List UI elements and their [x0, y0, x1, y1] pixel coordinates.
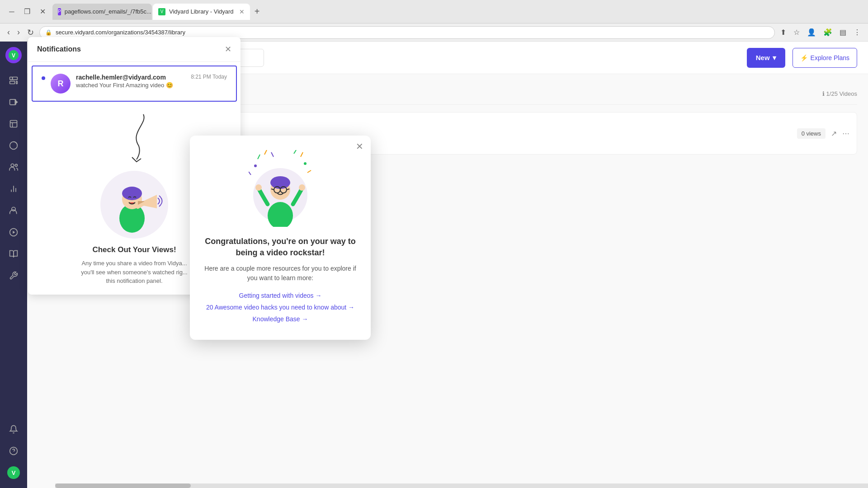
extensions-icon[interactable]: 🧩: [821, 26, 834, 38]
explore-plans-button[interactable]: ⚡ Explore Plans: [793, 48, 857, 68]
explore-plans-label: Explore Plans: [811, 54, 849, 61]
sidebar-item-learn[interactable]: [4, 244, 24, 264]
modal-title: Congratulations, you're on your way to b…: [204, 236, 356, 258]
svg-point-29: [122, 187, 142, 200]
notifications-close-button[interactable]: ✕: [225, 44, 231, 54]
video-count-label: 1/25 Videos: [826, 90, 857, 97]
svg-line-36: [301, 152, 303, 157]
sidebar-item-team[interactable]: [4, 157, 24, 177]
new-button[interactable]: New ▾: [747, 48, 785, 68]
info-icon: ℹ: [822, 90, 825, 97]
tab-label-pageflows: pageflows.com/_emails/_/7fb5c...: [65, 8, 151, 15]
sidebar: V: [0, 42, 27, 488]
notification-content: rachelle.hemler@vidyard.com watched Your…: [76, 74, 185, 89]
chevron-down-icon: ▾: [773, 54, 776, 62]
svg-point-13: [15, 164, 17, 166]
svg-marker-19: [13, 231, 15, 234]
tabs-bar: P pageflows.com/_emails/_/7fb5c... ✕ V V…: [52, 4, 863, 20]
svg-point-38: [304, 162, 307, 165]
notification-email: rachelle.hemler@vidyard.com: [76, 74, 185, 81]
megaphone-illustration: [94, 164, 175, 245]
arrow-svg: [116, 110, 152, 164]
video-actions: 0 views ↗ ⋯: [797, 128, 849, 139]
more-options-icon[interactable]: ⋯: [842, 129, 849, 138]
svg-rect-8: [10, 121, 17, 127]
notification-item[interactable]: R rachelle.hemler@vidyard.com watched Yo…: [32, 66, 237, 102]
sidebar-item-video[interactable]: [4, 92, 24, 112]
congratulations-modal: ✕: [190, 136, 371, 340]
modal-close-button[interactable]: ✕: [356, 141, 363, 152]
svg-line-39: [307, 170, 311, 173]
sidebar-logo[interactable]: V: [5, 47, 22, 63]
sidebar-item-home[interactable]: [4, 70, 24, 90]
sidebar-item-media[interactable]: [4, 222, 24, 242]
tab-label-vidyard: Vidyard Library - Vidyard: [169, 8, 234, 15]
notification-time: 8:21 PM Today: [191, 74, 227, 80]
svg-marker-7: [15, 100, 17, 104]
notifications-header: Notifications ✕: [28, 37, 241, 62]
svg-text:V: V: [12, 469, 16, 476]
sidebar-item-library[interactable]: [4, 114, 24, 134]
check-out-views-description: Any time you share a video from Vidya...…: [81, 259, 187, 286]
svg-rect-3: [13, 77, 18, 80]
maximize-button[interactable]: ❐: [21, 5, 33, 18]
tab-favicon-pageflows: P: [58, 8, 61, 15]
address-bar-icons: ⬆ ☆ 👤 🧩 ▤ ⋮: [778, 26, 863, 38]
modal-link-knowledge-base[interactable]: Knowledge Base →: [204, 315, 356, 323]
notification-avatar: R: [51, 74, 71, 94]
modal-link-video-hacks[interactable]: 20 Awesome video hacks you need to know …: [204, 304, 356, 311]
celebration-svg: [249, 150, 312, 227]
video-count: ℹ 1/25 Videos: [822, 90, 857, 97]
close-browser-button[interactable]: ✕: [36, 5, 49, 18]
tab-vidyard[interactable]: V Vidyard Library - Vidyard ✕: [153, 4, 250, 20]
sidebar-item-brand[interactable]: V: [4, 463, 24, 483]
svg-point-12: [11, 164, 14, 167]
sidebar-item-help[interactable]: [4, 441, 24, 461]
minimize-button[interactable]: ─: [5, 5, 18, 18]
check-out-views-title: Check Out Your Views!: [92, 245, 176, 254]
avatar-image: R: [51, 74, 71, 94]
forward-button[interactable]: ›: [15, 26, 22, 39]
svg-line-34: [271, 152, 274, 157]
bookmark-icon[interactable]: ☆: [792, 26, 802, 38]
svg-line-35: [294, 150, 296, 154]
lock-icon: 🔒: [45, 29, 52, 36]
svg-line-33: [264, 150, 267, 155]
tab-favicon-vidyard: V: [158, 8, 165, 15]
address-text: secure.vidyard.com/organizations/3454387…: [56, 29, 185, 36]
notification-unread-dot: [42, 76, 45, 80]
menu-icon[interactable]: ⋮: [852, 26, 863, 38]
horizontal-scrollbar[interactable]: [55, 483, 868, 488]
svg-point-51: [299, 184, 305, 191]
sidebar-toggle-icon[interactable]: ▤: [838, 26, 848, 38]
svg-rect-5: [16, 81, 18, 84]
browser-controls: ─ ❐ ✕: [5, 5, 49, 18]
tab-close-vidyard[interactable]: ✕: [239, 8, 245, 15]
browser-chrome: ─ ❐ ✕ P pageflows.com/_emails/_/7fb5c...…: [0, 0, 868, 23]
modal-link-getting-started[interactable]: Getting started with videos →: [204, 292, 356, 299]
svg-line-40: [249, 172, 251, 175]
new-tab-button[interactable]: +: [251, 5, 264, 18]
sidebar-item-users[interactable]: [4, 201, 24, 221]
back-button[interactable]: ‹: [5, 26, 12, 39]
share-icon[interactable]: ⬆: [778, 26, 788, 38]
svg-point-50: [255, 184, 262, 191]
sidebar-item-integration[interactable]: [4, 266, 24, 286]
views-badge: 0 views: [797, 128, 826, 139]
sidebar-item-bell[interactable]: [4, 419, 24, 439]
sidebar-item-chart[interactable]: [4, 179, 24, 199]
modal-subtitle: Here are a couple more resources for you…: [204, 264, 356, 283]
tab-pageflows[interactable]: P pageflows.com/_emails/_/7fb5c... ✕: [52, 4, 152, 20]
svg-point-44: [270, 176, 290, 189]
scrollbar-thumb[interactable]: [55, 483, 191, 488]
svg-point-37: [254, 164, 257, 167]
svg-rect-2: [10, 77, 13, 80]
modal-illustration: [204, 150, 356, 227]
megaphone-svg: [98, 169, 170, 241]
sidebar-item-analytics[interactable]: [4, 136, 24, 155]
explore-icon: ⚡: [800, 54, 808, 61]
share-video-icon[interactable]: ↗: [831, 129, 837, 138]
profile-icon[interactable]: 👤: [805, 26, 818, 38]
notification-action: watched Your First Amazing video 😊: [76, 82, 185, 89]
svg-rect-4: [10, 81, 15, 84]
